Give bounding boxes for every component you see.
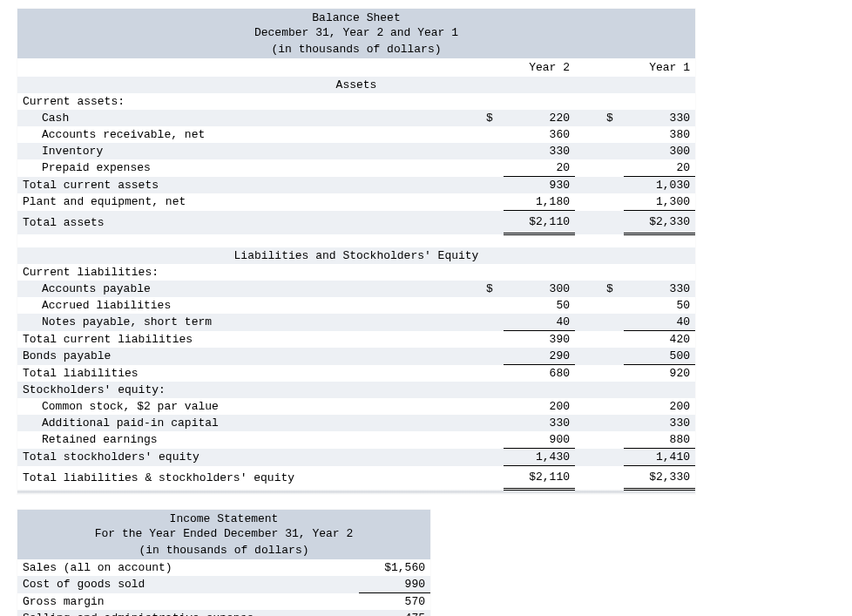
table-row: Selling and administrative expense 475 [17, 610, 430, 616]
is-title-2: For the Year Ended December 31, Year 2 [17, 527, 430, 542]
table-row: Cash $ 220 $ 330 [17, 110, 695, 126]
table-row: Plant and equipment, net 1,180 1,300 [17, 193, 695, 211]
bs-title-3: (in thousands of dollars) [17, 41, 695, 58]
table-row: Bonds payable 290 500 [17, 348, 695, 365]
bs-title-1: Balance Sheet [17, 9, 695, 26]
table-row: Total liabilities & stockholders' equity… [17, 466, 695, 490]
table-row: Total liabilities 680 920 [17, 365, 695, 382]
table-row: Cost of goods sold 990 [17, 576, 430, 593]
table-row: Total current assets 930 1,030 [17, 177, 695, 194]
table-row: Total current liabilities 390 420 [17, 331, 695, 349]
is-title-3: (in thousands of dollars) [17, 542, 430, 559]
income-statement-table: Income Statement For the Year Ended Dece… [17, 510, 430, 616]
table-row: Accrued liabilities 50 50 [17, 297, 695, 314]
se-label: Stockholders' equity: [17, 382, 695, 398]
table-row: Retained earnings 900 880 [17, 431, 695, 449]
bs-col-year2: Year 2 [504, 58, 575, 77]
table-row: Inventory 330 300 [17, 143, 695, 159]
is-title-1: Income Statement [17, 510, 430, 527]
bs-col-year1: Year 1 [624, 58, 695, 77]
current-liab-label: Current liabilities: [17, 264, 695, 281]
table-row: Sales (all on account) $1,560 [17, 559, 430, 576]
assets-header: Assets [17, 77, 695, 93]
table-row: Total assets $2,110 $2,330 [17, 211, 695, 234]
table-row: Accounts payable $ 300 $ 330 [17, 281, 695, 297]
bs-title-2: December 31, Year 2 and Year 1 [17, 26, 695, 41]
table-row: Total stockholders' equity 1,430 1,410 [17, 449, 695, 466]
liab-se-header: Liabilities and Stockholders' Equity [17, 247, 695, 264]
current-assets-label: Current assets: [17, 93, 695, 110]
table-row: Common stock, $2 par value 200 200 [17, 398, 695, 415]
balance-sheet-table: Balance Sheet December 31, Year 2 and Ye… [17, 9, 695, 494]
table-row: Prepaid expenses 20 20 [17, 159, 695, 177]
table-row: Gross margin 570 [17, 593, 430, 611]
table-row: Notes payable, short term 40 40 [17, 314, 695, 331]
table-row: Additional paid-in capital 330 330 [17, 415, 695, 431]
table-row: Accounts receivable, net 360 380 [17, 126, 695, 143]
